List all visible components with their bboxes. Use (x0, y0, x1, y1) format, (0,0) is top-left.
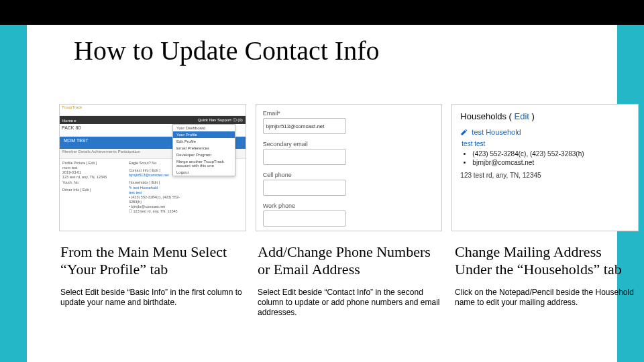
caption-1: From the Main Menu Select “Your Profile”… (60, 243, 243, 318)
dd-your-profile: Your Profile (173, 131, 235, 138)
s1-hh-ad: ☐ 123 test rd, any, TN, 12345 (129, 209, 188, 214)
slide: How to Update Contact Info TroopTrack Ho… (0, 0, 644, 362)
s3-list: (423) 552-3284(c), (423) 552-3283(h) bjr… (472, 150, 630, 166)
field-secondary-email: Secondary email (263, 141, 346, 165)
dd-developer: Developer Program (173, 152, 235, 158)
screenshot-household: Households ( Edit ) test Household test … (451, 104, 639, 231)
caption-1-heading: From the Main Menu Select “Your Profile”… (60, 243, 243, 278)
caption-2-heading: Add/Change Phone Numbers or Email Addres… (258, 243, 440, 278)
input-work-phone (263, 210, 346, 227)
label-cell-phone: Cell phone (263, 172, 346, 178)
s3-subname: test test (462, 140, 630, 147)
input-cell-phone (263, 180, 346, 196)
s1-brand: TroopTrack (60, 105, 246, 116)
s1-right: Quick Nav Support ⓘ (0) (198, 117, 243, 123)
s1-left-col: Profile Picture [ Edit ] mom test 2019-0… (60, 159, 127, 194)
s1-dob: 2019-03-01 (62, 170, 124, 175)
captions-row: From the Main Menu Select “Your Profile”… (60, 243, 637, 318)
s3-name-row: test Household (460, 128, 630, 136)
dd-email-prefs: Email Preferences (173, 145, 235, 152)
dd-edit-profile: Edit Profile (173, 138, 235, 145)
s1-hh-p1: • (423) 552-3284(c), (423) 552-3283(h) (129, 195, 188, 204)
s1-dropdown: Your Dashboard Your Profile Edit Profile… (172, 124, 235, 176)
s3-header: Households ( Edit ) (460, 111, 630, 121)
s1-profile-pic: Profile Picture [ Edit ] (62, 161, 124, 166)
pencil-icon (460, 128, 468, 136)
dd-dashboard: Your Dashboard (173, 125, 235, 131)
s1-addr: 123 test rd, any, TN, 12345 (62, 175, 124, 180)
s1-youth: Youth: No (62, 180, 124, 185)
input-secondary-email (263, 149, 346, 165)
field-email: Email* bjrnjbr513@comcast.net (263, 110, 346, 134)
content-panel: How to Update Contact Info TroopTrack Ho… (27, 25, 617, 362)
s3-h-a: Households ( (460, 111, 514, 121)
dd-logout: Logout (173, 169, 235, 176)
s1-blackbar: Home ▸ Quick Nav Support ⓘ (0) (60, 116, 246, 124)
s3-phones: (423) 552-3284(c), (423) 552-3283(h) (472, 150, 630, 158)
s1-hh-name: ✎ test Household (129, 186, 188, 190)
s1-home: Home ▸ (62, 118, 76, 123)
label-secondary-email: Secondary email (263, 141, 346, 147)
s1-name: mom test (62, 166, 124, 170)
s3-card: Households ( Edit ) test Household test … (452, 105, 638, 186)
s1-hh-sub: test test (129, 190, 188, 195)
caption-1-body: Select Edit beside “Basic Info” in the f… (60, 288, 243, 308)
caption-2-body: Select Edit beside “Contact Info” in the… (258, 288, 440, 318)
label-email: Email* (263, 110, 346, 117)
caption-2: Add/Change Phone Numbers or Email Addres… (258, 243, 440, 318)
s1-body: Profile Picture [ Edit ] mom test 2019-0… (60, 159, 246, 231)
caption-3: Change Mailing Address Under the “Househ… (455, 243, 637, 318)
teal-left-stripe (0, 25, 27, 362)
field-work-phone: Work phone (263, 202, 346, 227)
s1-hh-p2: • bjrnjbr@comcast.net (129, 204, 188, 209)
caption-3-heading: Change Mailing Address Under the “Househ… (455, 243, 637, 278)
page-title: How to Update Contact Info (74, 35, 379, 66)
s3-h-edit: Edit (515, 111, 529, 121)
s3-email: bjrnjbr@comcast.net (472, 159, 630, 166)
label-work-phone: Work phone (263, 202, 346, 209)
caption-3-body: Click on the Notepad/Pencil beside the H… (455, 288, 637, 308)
top-black-bar (0, 0, 644, 25)
screenshots-row: TroopTrack Home ▸ Quick Nav Support ⓘ (0… (59, 104, 639, 231)
dd-merge: Merge another TroopTrack account with th… (173, 158, 235, 169)
screenshot-contact-form: Email* bjrnjbr513@comcast.net Secondary … (256, 104, 443, 231)
s1-driver: Driver Info [ Edit ] (62, 188, 124, 192)
s2-form: Email* bjrnjbr513@comcast.net Secondary … (256, 105, 442, 231)
field-cell-phone: Cell phone (263, 172, 346, 196)
screenshot-profile: TroopTrack Home ▸ Quick Nav Support ⓘ (0… (59, 104, 246, 231)
s1-hh: Households [ Edit ] (129, 180, 188, 185)
input-email: bjrnjbr513@comcast.net (263, 118, 346, 134)
s3-h-c: ) (529, 111, 535, 121)
s3-household-name: test Household (472, 128, 521, 136)
s3-address: 123 test rd, any, TN, 12345 (460, 172, 630, 179)
